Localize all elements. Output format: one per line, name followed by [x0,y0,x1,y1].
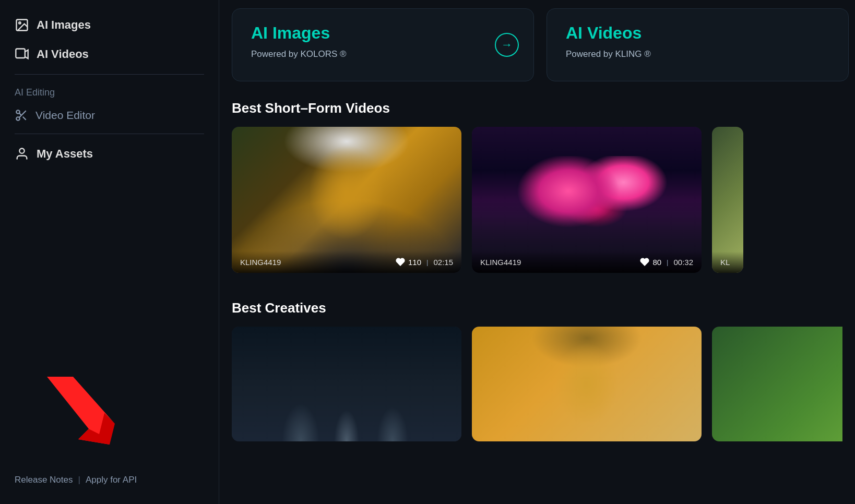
video-author-1: KLING4419 [240,258,390,267]
ai-images-card-arrow[interactable]: → [495,33,519,57]
sidebar-footer: Release Notes | Apply for API [0,466,219,494]
svg-point-1 [19,22,21,24]
image-icon [15,18,29,32]
heart-icon-1 [396,257,405,267]
video-card-2[interactable]: KLING4419 80 | 00:32 [472,127,702,273]
video-card-3-partial[interactable]: KL [712,127,743,273]
best-short-form-section: Best Short–Form Videos KLING4419 110 | 0… [219,90,855,273]
sidebar-item-ai-images[interactable]: AI Images [0,10,219,40]
video-icon [15,47,29,62]
svg-point-3 [16,110,20,114]
main-content: AI Images Powered by KOLORS ® → AI Video… [219,0,855,504]
video-divider-2: | [667,258,668,266]
sidebar-item-video-editor[interactable]: Video Editor [0,102,219,128]
nav-divider-2 [15,134,204,134]
ai-videos-card-title: AI Videos [566,23,829,43]
video-info-3: KL [712,251,743,273]
sidebar-item-my-assets-label: My Assets [37,147,93,161]
creative-card-1[interactable] [232,327,461,441]
creative-thumb-girl [472,327,702,441]
creative-card-2[interactable] [472,327,702,441]
sidebar: AI Images AI Videos AI Editing Video Edi… [0,0,219,504]
creative-thumb-nature [712,327,842,441]
sidebar-item-video-editor-label: Video Editor [35,109,95,122]
best-creatives-section: Best Creatives [219,290,855,441]
nav-divider-1 [15,74,204,75]
best-creatives-title: Best Creatives [232,300,842,316]
svg-point-8 [19,149,24,153]
svg-rect-2 [16,49,25,58]
video-likes-count-2: 80 [652,258,661,267]
sidebar-nav: AI Images AI Videos AI Editing Video Edi… [0,0,219,466]
ai-editing-label: AI Editing [0,80,219,102]
video-info-2: KLING4419 80 | 00:32 [472,251,702,273]
apply-api-link[interactable]: Apply for API [86,475,137,485]
creative-card-3[interactable] [712,327,842,441]
sidebar-item-my-assets[interactable]: My Assets [0,139,219,169]
ai-images-card-title: AI Images [251,23,515,43]
sidebar-item-ai-images-label: AI Images [37,18,91,32]
user-icon [15,147,29,161]
video-author-2: KLING4419 [480,258,635,267]
svg-point-4 [16,117,20,121]
heart-icon-2 [640,257,649,267]
release-notes-link[interactable]: Release Notes [15,475,73,485]
ai-videos-card[interactable]: AI Videos Powered by KLING ® [547,8,849,81]
video-info-1: KLING4419 110 | 02:15 [232,251,461,273]
short-form-video-row: KLING4419 110 | 02:15 KLING4419 [232,127,842,273]
video-likes-1: 110 [396,257,421,267]
video-likes-count-1: 110 [408,258,421,267]
best-short-form-title: Best Short–Form Videos [232,100,842,116]
video-card-1[interactable]: KLING4419 110 | 02:15 [232,127,461,273]
scissors-icon [15,109,28,122]
top-cards-row: AI Images Powered by KOLORS ® → AI Video… [219,0,855,90]
ai-videos-card-subtitle: Powered by KLING ® [566,49,829,59]
ai-images-card-subtitle: Powered by KOLORS ® [251,49,515,59]
creative-thumb-spikes [232,327,461,441]
ai-images-card[interactable]: AI Images Powered by KOLORS ® → [232,8,534,81]
sidebar-item-ai-videos[interactable]: AI Videos [0,40,219,69]
video-author-3: KL [720,258,735,267]
video-thumb-partial [712,127,743,273]
sidebar-item-ai-videos-label: AI Videos [37,47,89,61]
video-divider-1: | [426,258,428,266]
video-likes-2: 80 [640,257,661,267]
video-duration-2: 00:32 [673,258,693,267]
creatives-video-row [232,327,842,441]
svg-line-6 [23,117,26,120]
svg-line-7 [19,113,21,115]
footer-divider: | [78,475,80,485]
video-duration-1: 02:15 [433,258,453,267]
